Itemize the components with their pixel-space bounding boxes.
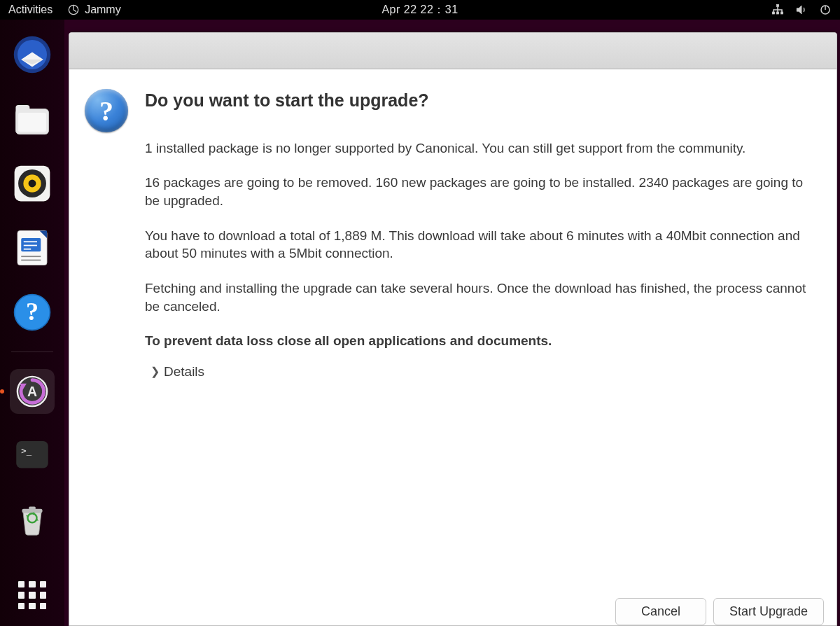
dock-libreoffice-writer[interactable] [10, 225, 55, 270]
svg-rect-1 [777, 5, 779, 7]
dialog-warning: To prevent data loss close all open appl… [145, 332, 816, 350]
dock-divider [11, 352, 53, 352]
upgrade-dialog: ? Do you want to start the upgrade? 1 in… [69, 32, 837, 626]
cancel-button[interactable]: Cancel [615, 598, 706, 625]
dock-rhythmbox[interactable] [10, 161, 55, 206]
dialog-para-1: 1 installed package is no longer support… [145, 139, 816, 158]
dock-files[interactable] [10, 97, 55, 141]
topbar: Activities Jammy Apr 22 22：31 [0, 0, 840, 20]
show-applications-button[interactable] [18, 581, 46, 609]
chevron-right-icon: ❯ [150, 364, 160, 380]
svg-rect-2 [773, 12, 775, 14]
start-upgrade-button[interactable]: Start Upgrade [713, 598, 824, 625]
dock-thunderbird[interactable] [10, 32, 55, 77]
svg-rect-4 [781, 12, 783, 14]
network-icon[interactable] [771, 4, 784, 16]
dock-help[interactable]: ? [10, 290, 55, 335]
volume-icon[interactable] [795, 4, 808, 16]
svg-text:>_: >_ [21, 446, 31, 456]
dialog-para-3: You have to download a total of 1,889 M.… [145, 227, 816, 263]
dialog-para-4: Fetching and installing the upgrade can … [145, 279, 816, 315]
dock-trash[interactable] [10, 498, 55, 543]
dialog-title: Do you want to start the upgrade? [145, 89, 816, 113]
question-icon: ? [85, 89, 128, 132]
svg-text:A: A [27, 384, 37, 399]
svg-rect-10 [15, 105, 29, 113]
svg-rect-3 [777, 12, 779, 14]
topbar-current-app[interactable]: Jammy [68, 4, 121, 16]
dock: ? A >_ [0, 20, 64, 626]
power-icon[interactable] [819, 4, 832, 16]
details-label: Details [164, 363, 204, 381]
app-menu-icon [68, 4, 79, 15]
dock-software-updater[interactable]: A [10, 369, 55, 414]
dialog-para-2: 16 packages are going to be removed. 160… [145, 174, 816, 209]
svg-rect-32 [29, 507, 36, 510]
dialog-titlebar[interactable] [69, 33, 836, 69]
activities-button[interactable]: Activities [8, 4, 52, 16]
details-expander[interactable]: ❯ Details [150, 363, 816, 381]
dock-terminal[interactable]: >_ [10, 433, 55, 478]
dialog-actions: Cancel Start Upgrade [69, 591, 836, 625]
svg-point-16 [29, 180, 36, 188]
svg-rect-11 [18, 113, 46, 132]
topbar-datetime[interactable]: Apr 22 22：31 [382, 3, 458, 18]
svg-rect-31 [22, 509, 42, 513]
topbar-app-name: Jammy [85, 4, 121, 16]
svg-text:?: ? [26, 298, 38, 326]
